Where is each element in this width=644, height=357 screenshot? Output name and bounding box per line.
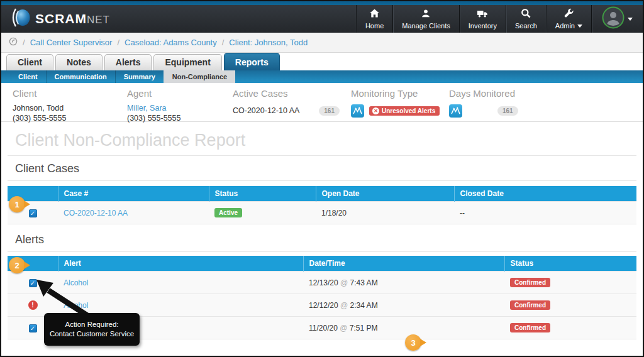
page-title: Client Non-Compliance Report	[15, 131, 636, 150]
status-badge: Active	[214, 208, 242, 217]
nav-manage-clients[interactable]: Manage Clients	[392, 5, 458, 33]
nav-inventory-label: Inventory	[469, 22, 497, 30]
breadcrumb: / Call Center Supervisor / Caseload: Ada…	[1, 33, 643, 53]
monitoring-type-label: Monitoring Type	[351, 88, 440, 99]
alert-time: 7:43 AM	[350, 278, 378, 287]
app-window: SCRAMNET Home Manage Clients Inventory	[0, 0, 644, 357]
active-cases-label: Active Cases	[233, 88, 340, 99]
nav-home[interactable]: Home	[356, 5, 392, 33]
subtab-client[interactable]: Client	[10, 70, 46, 83]
status-badge: Confirmed	[510, 278, 550, 287]
search-icon	[521, 8, 531, 21]
alert-column-header: Alert	[58, 256, 303, 272]
alert-time: 2:34 AM	[350, 301, 378, 310]
nav-home-label: Home	[365, 22, 384, 30]
tooltip-line-2: Contact Customer Service	[48, 329, 136, 339]
table-row: Alcohol 12/13/20 @ 7:43 AM Confirmed	[8, 272, 636, 294]
brand-secondary: NET	[87, 14, 110, 26]
open-date-value: 1/18/20	[321, 209, 347, 217]
avatar	[602, 6, 625, 31]
action-required-tooltip: Action Required: Contact Customer Servic…	[44, 313, 140, 346]
annotation-step-1: 1	[9, 196, 25, 212]
status-column-header: Status	[209, 186, 316, 202]
nav-manage-clients-label: Manage Clients	[402, 22, 450, 30]
closed-date-column-header: Closed Date	[454, 186, 636, 202]
alert-date: 11/20/20	[309, 324, 338, 332]
nav-admin[interactable]: Admin	[546, 5, 591, 33]
client-phone: (303) 555-5555	[13, 113, 127, 123]
client-cases-table: Case # Status Open Date Closed Date CO-2…	[8, 186, 636, 224]
tab-notes[interactable]: Notes	[55, 54, 103, 70]
chevron-down-icon	[577, 25, 582, 28]
client-cases-header-row: Case # Status Open Date Closed Date	[8, 186, 636, 202]
person-icon	[421, 8, 431, 21]
days-monitored-count-badge: 161	[497, 106, 518, 116]
status-badge: Confirmed	[510, 300, 550, 310]
breadcrumb-link-client[interactable]: Client: Johnson, Todd	[229, 38, 308, 47]
tab-reports[interactable]: Reports	[224, 53, 280, 70]
alerts-header-row: Alert Date/Time Status	[8, 256, 636, 272]
status-column-header: Status	[504, 256, 636, 272]
case-number-column-header: Case #	[58, 186, 209, 202]
client-info-bar: Client Johnson, Todd (303) 555-5555 Agen…	[1, 83, 643, 122]
days-monitored-label: Days Monitored	[449, 88, 575, 99]
agent-phone: (303) 555-5555	[127, 113, 233, 123]
closed-date-value: --	[460, 209, 465, 217]
breadcrumb-link-supervisor[interactable]: Call Center Supervisor	[30, 38, 113, 47]
client-name: Johnson, Todd	[13, 103, 127, 113]
main-tabs: Client Notes Alerts Equipment Reports	[1, 53, 643, 70]
agent-label: Agent	[127, 88, 233, 99]
home-icon	[369, 8, 380, 21]
annotation-step-2: 2	[9, 257, 25, 273]
annotation-step-3: 3	[405, 334, 421, 351]
case-number-link[interactable]: CO-2020-12-10 AA	[64, 209, 128, 217]
cam-monitoring-icon	[351, 104, 364, 118]
tab-equipment[interactable]: Equipment	[153, 54, 221, 70]
unresolved-alerts-badge: ✕ Unresolved Alerts	[369, 106, 440, 116]
subtab-summary[interactable]: Summary	[115, 70, 164, 83]
datetime-column-header: Date/Time	[303, 256, 504, 272]
breadcrumb-separator: /	[222, 38, 225, 47]
at-separator: @	[340, 324, 347, 332]
circle-x-icon: ✕	[372, 107, 379, 114]
tab-alerts[interactable]: Alerts	[104, 54, 152, 70]
active-case-number: CO-2020-12-10 AA	[233, 106, 299, 116]
at-separator: @	[340, 278, 348, 287]
unresolved-alerts-label: Unresolved Alerts	[382, 107, 435, 114]
chevron-down-icon	[628, 18, 633, 21]
client-label: Client	[13, 88, 127, 99]
breadcrumb-link-caseload[interactable]: Caseload: Adams County	[125, 38, 217, 47]
alert-time: 7:51 PM	[350, 324, 378, 332]
subtab-communication[interactable]: Communication	[46, 70, 115, 83]
tooltip-line-1: Action Required:	[48, 320, 136, 329]
alert-date: 12/12/20	[309, 301, 338, 310]
case-select-checkbox[interactable]	[29, 209, 37, 217]
top-navbar: SCRAMNET Home Manage Clients Inventory	[1, 5, 643, 33]
brand-logo[interactable]: SCRAMNET	[1, 5, 110, 33]
nav-search[interactable]: Search	[506, 5, 546, 33]
client-cases-heading: Client Cases	[15, 162, 636, 175]
report-subtabs: Client Communication Summary Non-Complia…	[1, 70, 643, 83]
user-menu[interactable]	[591, 5, 643, 33]
breadcrumb-separator: /	[117, 38, 119, 47]
subtab-non-compliance[interactable]: Non-Compliance	[164, 70, 235, 83]
wrench-icon	[564, 8, 574, 21]
open-date-column-header: Open Date	[316, 186, 454, 202]
brand-primary: SCRAM	[35, 11, 87, 26]
alert-date: 12/13/20	[309, 278, 338, 287]
nav-search-label: Search	[515, 22, 537, 30]
nav-items: Home Manage Clients Inventory Search	[356, 5, 643, 33]
breadcrumb-home-icon[interactable]	[9, 37, 18, 48]
truck-icon	[477, 8, 488, 21]
status-badge: Confirmed	[510, 323, 550, 332]
cam-monitoring-icon	[449, 104, 462, 118]
breadcrumb-separator: /	[23, 38, 25, 47]
agent-name-link[interactable]: Miller, Sara	[127, 103, 233, 113]
tab-client[interactable]: Client	[6, 54, 53, 70]
alert-select-checkbox[interactable]	[29, 324, 37, 332]
active-cases-count-badge: 161	[319, 106, 340, 116]
scram-swoosh-icon	[10, 7, 31, 31]
nav-admin-label: Admin	[555, 22, 575, 30]
alerts-heading: Alerts	[15, 233, 636, 246]
nav-inventory[interactable]: Inventory	[459, 5, 506, 33]
